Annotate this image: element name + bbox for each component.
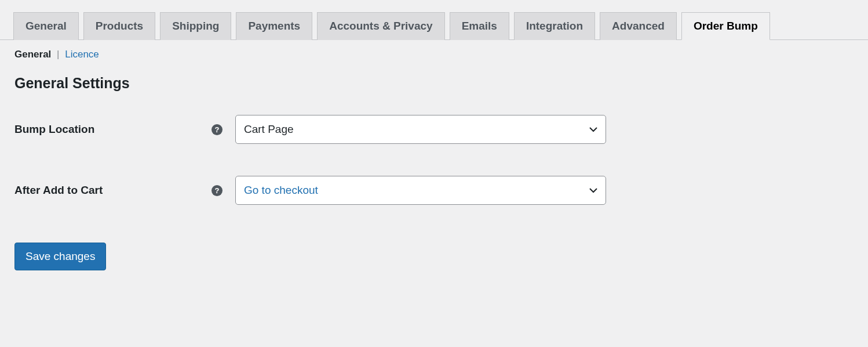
- subnav-licence-link[interactable]: Licence: [65, 49, 99, 60]
- tab-accounts-privacy[interactable]: Accounts & Privacy: [317, 12, 444, 40]
- subnav-current: General: [14, 49, 51, 60]
- field-after-add-to-cart: After Add to Cart ? Go to checkout: [14, 176, 854, 205]
- help-icon[interactable]: ?: [211, 185, 223, 196]
- save-changes-button[interactable]: Save changes: [14, 243, 106, 270]
- after-add-to-cart-select[interactable]: Go to checkout: [235, 176, 606, 205]
- bump-location-value: Cart Page: [244, 123, 294, 136]
- tab-emails[interactable]: Emails: [450, 12, 509, 40]
- tab-payments[interactable]: Payments: [236, 12, 312, 40]
- settings-content: General Settings Bump Location ? Cart Pa…: [0, 69, 868, 294]
- tab-advanced[interactable]: Advanced: [600, 12, 677, 40]
- page-title: General Settings: [14, 75, 854, 92]
- after-add-to-cart-label: After Add to Cart: [14, 184, 211, 197]
- bump-location-select[interactable]: Cart Page: [235, 115, 606, 144]
- tab-order-bump[interactable]: Order Bump: [681, 12, 770, 40]
- tab-shipping[interactable]: Shipping: [160, 12, 231, 40]
- sub-nav: General | Licence: [0, 40, 868, 69]
- subnav-divider: |: [57, 49, 59, 60]
- help-icon[interactable]: ?: [211, 124, 223, 135]
- settings-tabs: General Products Shipping Payments Accou…: [0, 0, 868, 40]
- after-add-to-cart-value: Go to checkout: [244, 184, 318, 197]
- tab-products[interactable]: Products: [83, 12, 155, 40]
- bump-location-label: Bump Location: [14, 123, 211, 136]
- tab-general[interactable]: General: [13, 12, 79, 40]
- field-bump-location: Bump Location ? Cart Page: [14, 115, 854, 144]
- tab-integration[interactable]: Integration: [514, 12, 595, 40]
